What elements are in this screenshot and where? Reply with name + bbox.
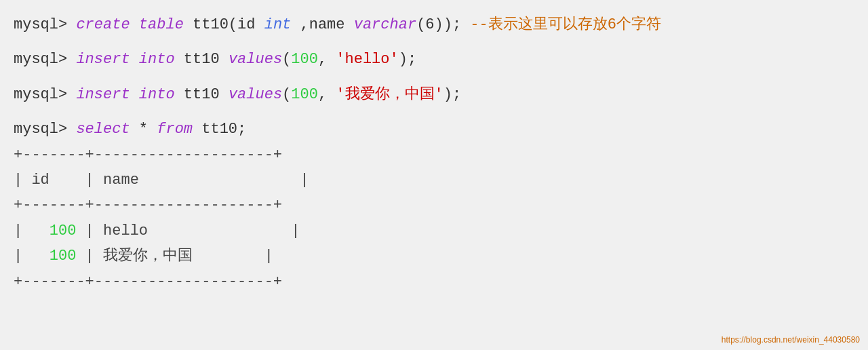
prompt-4: mysql>	[14, 117, 76, 142]
prompt-1: mysql>	[14, 12, 76, 37]
space-3	[130, 82, 139, 107]
keyword-varchar: varchar	[354, 12, 416, 37]
keyword-insert-1: insert	[76, 47, 130, 72]
table-row-2: | 100 | 我爱你，中国 |	[14, 244, 854, 269]
table-row-1: | 100 | hello |	[14, 218, 854, 244]
comment-1: --表示这里可以存放6个字符	[470, 12, 661, 37]
string-hello: 'hello'	[336, 47, 398, 72]
keyword-values-1: values	[229, 47, 282, 72]
plain-5: (	[282, 47, 291, 72]
keyword-from: from	[157, 117, 193, 142]
type-int: int	[264, 12, 292, 37]
plain-3: (6));	[416, 12, 470, 37]
watermark-text: https://blog.csdn.net/weixin_44030580	[722, 335, 860, 345]
code-line-4: mysql> select * from tt10;	[14, 117, 854, 142]
string-chinese: '我爱你，中国'	[336, 82, 443, 107]
keyword-into-1: into	[139, 47, 175, 72]
plain-9: (	[282, 82, 291, 107]
plain-1: tt10(id	[184, 12, 264, 37]
plain-11: );	[443, 82, 461, 107]
keyword-insert-2: insert	[76, 82, 130, 107]
cell-id-2: 100	[50, 248, 77, 265]
table-separator-top: +-------+--------------------+	[14, 142, 854, 168]
keyword-into-2: into	[139, 82, 175, 107]
space-2	[130, 47, 139, 72]
prompt-3: mysql>	[14, 82, 76, 107]
code-line-1: mysql> create table tt10(id int ,name va…	[14, 12, 854, 37]
keyword-create: create	[76, 12, 130, 37]
keyword-select: select	[76, 117, 130, 142]
prompt-2: mysql>	[14, 47, 76, 72]
plain-7: );	[399, 47, 416, 72]
table-header: | id | name |	[14, 168, 854, 193]
keyword-table: table	[139, 12, 184, 37]
table-separator-bottom: +-------+--------------------+	[14, 269, 854, 294]
terminal-window: mysql> create table tt10(id int ,name va…	[0, 0, 868, 350]
table-separator-mid: +-------+--------------------+	[14, 193, 854, 218]
keyword-values-2: values	[229, 82, 282, 107]
code-line-3: mysql> insert into tt10 values ( 100 , '…	[14, 82, 854, 107]
plain-12: *	[130, 117, 157, 142]
plain-2: ,name	[291, 12, 353, 37]
number-100-2: 100	[291, 82, 318, 107]
cell-id-1: 100	[50, 222, 77, 239]
plain-10: ,	[318, 82, 336, 107]
number-100-1: 100	[291, 47, 318, 72]
plain-4: tt10	[175, 47, 229, 72]
code-line-2: mysql> insert into tt10 values ( 100 , '…	[14, 47, 854, 72]
plain-13: tt10;	[193, 117, 246, 142]
query-result-table: +-------+--------------------+ | id | na…	[14, 142, 854, 294]
plain-8: tt10	[175, 82, 229, 107]
plain-6: ,	[318, 47, 336, 72]
space	[130, 12, 139, 37]
